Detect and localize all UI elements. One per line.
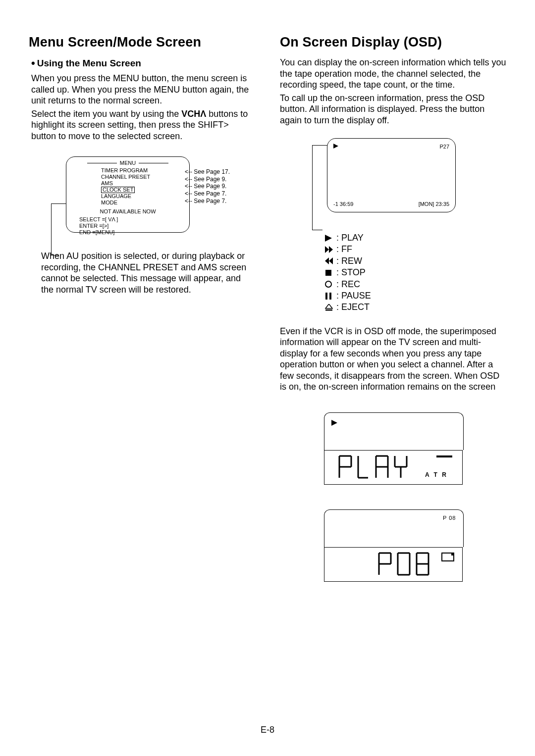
callout-line [312, 145, 313, 230]
page-refs: <-- See Page 17. <-- See Page 9. <-- See… [185, 168, 230, 204]
svg-rect-6 [325, 270, 331, 276]
para-menu-select: Select the item you want by using the VC… [31, 108, 255, 142]
eject-icon [323, 304, 334, 311]
heading-osd: On Screen Display (OSD) [280, 35, 506, 50]
ctrl-enter: ENTER =[>] [79, 223, 189, 229]
rew-icon [323, 257, 334, 264]
svg-marker-1 [325, 235, 332, 242]
vch-label: VCHΛ [181, 109, 206, 119]
svg-marker-5 [329, 257, 333, 264]
page-number: E-8 [0, 725, 535, 735]
menu-screen-illustration: MENU TIMER PROGRAM CHANNEL PRESET AMS CL… [46, 156, 234, 236]
osd-tv-illustration: P27 -1 36:59 [MON] 23:35 [307, 138, 461, 222]
svg-point-7 [325, 281, 331, 287]
menu-item: CHANNEL PRESET [101, 174, 189, 180]
para-osd-call: To call up the on-screen information, pr… [280, 93, 506, 126]
menu-item: LANGUAGE [101, 193, 189, 200]
play-icon [323, 235, 334, 242]
osd-channel-p08: P 08 [443, 515, 456, 521]
heading-menu-mode: Menu Screen/Mode Screen [29, 35, 255, 50]
bullet-icon: • [31, 57, 35, 69]
menu-item: AMS [101, 180, 189, 187]
osd-clock: [MON] 23:35 [419, 201, 449, 207]
svg-rect-9 [329, 293, 331, 300]
play-icon [333, 144, 338, 150]
ctrl-select: SELECT =[ VΛ ] [79, 216, 189, 223]
callout-line [51, 203, 52, 255]
svg-rect-8 [325, 293, 327, 300]
svg-marker-0 [333, 144, 338, 149]
heading-using-menu: •Using the Menu Screen [31, 57, 255, 70]
display-play: A T R [324, 412, 463, 485]
svg-marker-12 [331, 420, 337, 426]
menu-item: MODE [101, 200, 189, 206]
osd-channel: P27 [439, 144, 449, 150]
svg-marker-4 [325, 257, 329, 264]
svg-marker-10 [325, 304, 332, 308]
pause-icon [323, 293, 334, 300]
osd-counter: -1 36:59 [333, 201, 353, 207]
icon-legend: : PLAY : FF : REW : STOP : REC : PAUSE :… [323, 232, 506, 313]
ctrl-end: END =[MENU] [79, 229, 189, 236]
seven-seg-p08 [378, 552, 437, 577]
menu-item-selected: CLOCK SET [101, 187, 135, 193]
svg-rect-11 [325, 309, 332, 311]
play-icon [331, 419, 337, 428]
para-osd-off: Even if the VCR is in OSD off mode, the … [280, 326, 506, 393]
svg-marker-2 [325, 246, 329, 253]
not-available-msg: NOT AVAILABLE NOW [66, 208, 189, 214]
note-au-position: When AU position is selected, or during … [41, 251, 255, 295]
para-osd-desc: You can display the on-screen informatio… [280, 57, 506, 91]
display-p08: P 08 [324, 509, 463, 582]
para-menu-press: When you press the MENU button, the menu… [31, 73, 255, 106]
cassette-icon [441, 553, 454, 561]
svg-marker-3 [329, 246, 333, 253]
bar-indicator [436, 455, 452, 457]
ff-icon [323, 246, 334, 253]
rec-icon [323, 281, 334, 288]
stop-icon [323, 269, 334, 276]
seven-seg-play [338, 455, 415, 480]
menu-title: MENU [120, 160, 136, 166]
atr-label: A T R [425, 471, 448, 478]
menu-item: TIMER PROGRAM [101, 167, 189, 174]
